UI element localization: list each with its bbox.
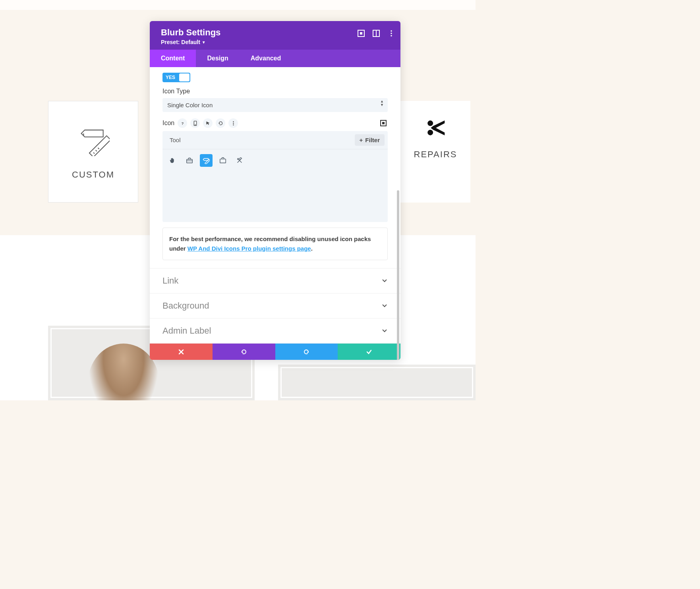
undo-button[interactable] bbox=[213, 344, 275, 360]
icon-option-toolbox[interactable] bbox=[183, 154, 196, 167]
mobile-icon[interactable] bbox=[190, 118, 200, 128]
page-top-band bbox=[0, 0, 476, 10]
filter-label: Filter bbox=[365, 137, 380, 143]
reset-icon[interactable] bbox=[216, 118, 225, 128]
photo-placeholder-right bbox=[278, 365, 476, 400]
scissors-icon bbox=[424, 117, 447, 141]
svg-point-20 bbox=[233, 124, 234, 125]
svg-line-1 bbox=[93, 153, 95, 154]
accordion-link[interactable]: Link bbox=[150, 268, 400, 294]
panel-scrollbar[interactable] bbox=[397, 190, 399, 360]
svg-point-18 bbox=[233, 121, 234, 122]
help-icon[interactable]: ? bbox=[178, 118, 187, 128]
accordion-link-label: Link bbox=[162, 276, 178, 286]
modal-header: Blurb Settings Preset: Default ▼ bbox=[150, 21, 400, 50]
svg-line-3 bbox=[98, 148, 99, 149]
custom-card: CUSTOM bbox=[48, 101, 138, 203]
icon-option-tools-cross[interactable] bbox=[200, 154, 213, 167]
settings-tabs: Content Design Advanced bbox=[150, 50, 400, 67]
toggle-knob bbox=[179, 73, 190, 81]
redo-button[interactable] bbox=[275, 344, 338, 360]
svg-point-13 bbox=[391, 33, 392, 34]
chevron-down-icon bbox=[381, 326, 388, 336]
plus-icon: + bbox=[360, 137, 363, 143]
kebab-icon[interactable] bbox=[388, 30, 395, 37]
icon-search-input[interactable] bbox=[170, 137, 355, 143]
svg-rect-9 bbox=[360, 32, 362, 35]
panel-body: YES Icon Type Single Color Icon ▲▼ Icon … bbox=[150, 67, 400, 344]
svg-rect-0 bbox=[89, 136, 109, 156]
save-button[interactable] bbox=[338, 344, 400, 360]
modal-title: Blurb Settings bbox=[161, 27, 389, 38]
icon-type-select[interactable]: Single Color Icon ▲▼ bbox=[162, 98, 388, 112]
cancel-button[interactable] bbox=[150, 344, 213, 360]
icon-option-hand[interactable] bbox=[166, 154, 179, 167]
settings-page-link[interactable]: WP And Divi Icons Pro plugin settings pa… bbox=[188, 245, 311, 252]
svg-text:?: ? bbox=[181, 121, 184, 125]
filter-button[interactable]: + Filter bbox=[355, 134, 385, 146]
svg-point-12 bbox=[391, 30, 392, 32]
svg-point-19 bbox=[233, 123, 234, 124]
hover-cursor-icon[interactable] bbox=[203, 118, 213, 128]
svg-line-2 bbox=[95, 150, 97, 151]
accordion-admin-label-text: Admin Label bbox=[162, 326, 211, 336]
svg-marker-4 bbox=[81, 124, 106, 146]
repairs-card: REPAIRS bbox=[400, 101, 470, 203]
svg-point-17 bbox=[195, 124, 195, 125]
icon-option-briefcase[interactable] bbox=[217, 154, 229, 167]
modal-footer bbox=[150, 344, 400, 360]
toggle-label: YES bbox=[166, 75, 175, 80]
icon-type-value: Single Color Icon bbox=[167, 102, 213, 108]
caret-down-icon: ▼ bbox=[202, 40, 206, 44]
custom-card-label: CUSTOM bbox=[72, 170, 114, 180]
accordion-background-label: Background bbox=[162, 301, 209, 311]
use-icon-toggle[interactable]: YES bbox=[162, 73, 190, 82]
select-arrows-icon: ▲▼ bbox=[380, 100, 384, 107]
repairs-card-label: REPAIRS bbox=[414, 149, 457, 160]
preset-label: Preset: Default bbox=[161, 39, 200, 45]
notice-suffix: . bbox=[311, 245, 313, 252]
performance-notice: For the best performance, we recommend d… bbox=[162, 228, 388, 260]
icon-type-label: Icon Type bbox=[158, 88, 393, 98]
accordion-background[interactable]: Background bbox=[150, 294, 400, 319]
columns-icon[interactable] bbox=[373, 30, 380, 37]
svg-point-14 bbox=[391, 35, 392, 37]
icon-option-wrench-screwdriver[interactable] bbox=[233, 154, 246, 167]
icon-picker: + Filter bbox=[162, 131, 388, 222]
svg-rect-25 bbox=[205, 159, 210, 164]
preset-selector[interactable]: Preset: Default ▼ bbox=[161, 39, 206, 45]
chevron-down-icon bbox=[381, 301, 388, 311]
svg-rect-22 bbox=[382, 122, 385, 124]
fullscreen-icon[interactable] bbox=[379, 119, 388, 127]
tab-advanced[interactable]: Advanced bbox=[240, 50, 292, 67]
blurb-settings-modal: Blurb Settings Preset: Default ▼ Content… bbox=[150, 21, 400, 360]
accordion-admin-label[interactable]: Admin Label bbox=[150, 319, 400, 344]
tab-content[interactable]: Content bbox=[150, 50, 196, 67]
tab-design[interactable]: Design bbox=[196, 50, 239, 67]
more-options-icon[interactable] bbox=[228, 118, 238, 128]
chevron-down-icon bbox=[381, 276, 388, 286]
icon-field-label: Icon bbox=[162, 120, 174, 127]
svg-rect-23 bbox=[187, 159, 192, 163]
pencil-ruler-cross-icon bbox=[77, 124, 110, 158]
svg-rect-27 bbox=[220, 159, 226, 163]
expand-icon[interactable] bbox=[358, 30, 365, 37]
